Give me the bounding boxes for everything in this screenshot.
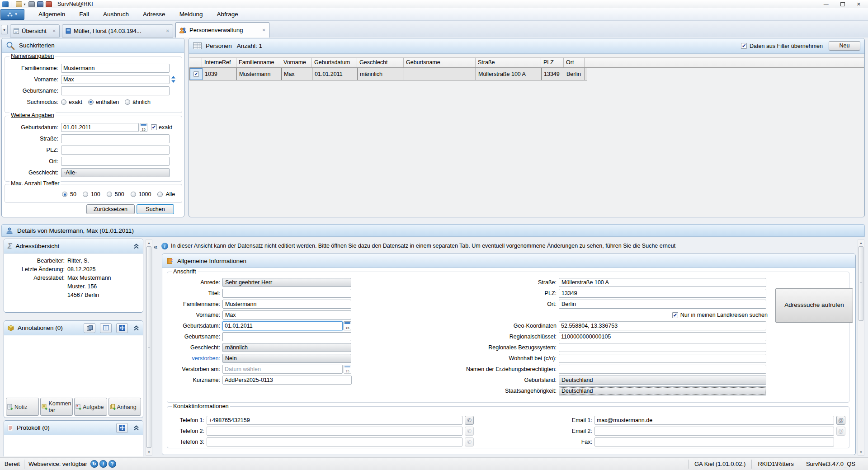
kurzname-input[interactable] <box>222 376 352 385</box>
app-menu-button[interactable]: ▼ <box>0 9 24 20</box>
scroll-down-icon[interactable]: ▼ <box>146 449 152 455</box>
reset-button[interactable]: Zurücksetzen <box>86 204 135 214</box>
toolbar-export-icon[interactable] <box>28 1 35 7</box>
help-icon[interactable]: ? <box>108 460 116 468</box>
titel-select[interactable] <box>222 289 351 298</box>
detail-scrollbar[interactable]: ▲ ▼ <box>858 240 864 456</box>
close-tab-icon[interactable]: ✕ <box>52 28 56 33</box>
column-header[interactable]: Vorname <box>281 58 312 67</box>
radio-alle[interactable] <box>157 192 163 197</box>
geschlecht-select[interactable]: -Alle- <box>61 168 170 177</box>
menu-fall[interactable]: Fall <box>79 11 89 18</box>
telefon1-input[interactable] <box>207 416 462 425</box>
calendar-icon[interactable]: 15 <box>344 321 351 330</box>
restore-button[interactable] <box>840 2 845 6</box>
radio-exakt[interactable] <box>61 99 66 105</box>
column-header[interactable]: Familienname <box>236 58 281 67</box>
info-icon[interactable]: i <box>99 460 107 468</box>
tab-uebersicht[interactable]: Übersicht ✕ <box>10 24 60 38</box>
save-annotation-button[interactable] <box>84 323 95 333</box>
regionalschluessel-input[interactable] <box>559 332 766 341</box>
plz-input[interactable] <box>61 146 170 155</box>
email-icon[interactable]: @ <box>836 416 845 425</box>
landkreis-checkbox[interactable]: ✔ <box>672 312 678 318</box>
toolbar-dropdown-caret[interactable]: ▼ <box>23 3 26 6</box>
close-tab-icon[interactable]: ✕ <box>262 28 266 33</box>
phone-icon[interactable]: ✆ <box>465 427 474 436</box>
phone-icon[interactable]: ✆ <box>465 416 474 425</box>
telefon3-input[interactable] <box>207 437 462 446</box>
radio-enthalten[interactable] <box>88 99 94 105</box>
geburtsland-select[interactable]: Deutschland <box>559 376 766 385</box>
exakt-checkbox[interactable]: ✔ <box>151 124 157 130</box>
collapse-panel-icon[interactable] <box>133 425 139 431</box>
bezugssystem-input[interactable] <box>559 343 766 352</box>
verstorben-select[interactable]: Nein <box>222 354 351 363</box>
fax-input[interactable] <box>594 437 834 446</box>
expand-button[interactable] <box>116 423 128 433</box>
wohnhaft-input[interactable] <box>559 354 766 363</box>
filter-checkbox[interactable]: ✔ <box>741 43 747 49</box>
calendar-icon[interactable]: 15 <box>140 123 147 132</box>
add-attachment-button[interactable]: Anhang <box>108 398 142 416</box>
left-scrollbar[interactable]: ▲ ▼ <box>146 240 152 456</box>
ort-select[interactable]: Berlin <box>559 300 766 309</box>
vorname-input[interactable] <box>61 75 170 84</box>
table-row[interactable]: ✔ 1039 Mustermann Max 01.01.2011 männlic… <box>189 68 587 80</box>
tab-fall-mueller[interactable]: Müller, Horst (14.03.194... ✕ <box>62 24 173 38</box>
expand-button[interactable] <box>116 323 128 333</box>
add-task-button[interactable]: Aufgabe <box>74 398 107 416</box>
radio-50[interactable] <box>62 192 67 197</box>
toolbar-save-icon[interactable] <box>37 1 43 7</box>
menu-ausbruch[interactable]: Ausbruch <box>103 11 129 18</box>
webservice-refresh-icon[interactable]: ↻ <box>90 460 98 468</box>
menu-adresse[interactable]: Adresse <box>143 11 165 18</box>
swap-names-icon[interactable] <box>171 76 176 83</box>
grid-view-button[interactable] <box>100 323 112 333</box>
close-button[interactable]: ✕ <box>857 1 861 7</box>
plz-select[interactable]: 13349 <box>559 289 766 298</box>
scroll-up-icon[interactable]: ▲ <box>858 240 864 246</box>
radio-100[interactable] <box>83 192 88 197</box>
email2-input[interactable] <box>594 427 834 436</box>
familienname-input[interactable] <box>61 64 170 73</box>
familienname-select[interactable]: Mustermann <box>222 300 351 309</box>
menu-allgemein[interactable]: Allgemein <box>38 11 65 18</box>
scroll-up-icon[interactable]: ▲ <box>146 240 152 246</box>
telefon2-input[interactable] <box>207 427 462 436</box>
ort-input[interactable] <box>61 157 170 166</box>
collapse-sidebar-icon[interactable]: « <box>154 243 157 250</box>
strasse-input[interactable] <box>61 134 170 143</box>
column-header[interactable]: Geburtsdatum <box>312 58 357 67</box>
geburtsname-input[interactable] <box>61 86 170 95</box>
column-header[interactable]: Ort <box>564 58 585 67</box>
geburtsdatum-input[interactable] <box>222 321 343 330</box>
calendar-icon[interactable]: 15 <box>344 365 351 374</box>
verstorben-am-input[interactable] <box>222 365 343 374</box>
erziehungsberechtigte-input[interactable] <box>559 365 766 374</box>
row-select-cell[interactable]: ✔ <box>190 68 203 80</box>
scrollbar-thumb[interactable] <box>859 246 863 321</box>
address-search-button[interactable]: Adresssuche aufrufen <box>775 288 853 323</box>
geburtsdatum-input[interactable] <box>61 123 139 132</box>
add-comment-button[interactable]: Kommentar <box>40 398 73 416</box>
new-button[interactable]: Neu <box>829 41 860 51</box>
tab-personenverwaltung[interactable]: Personenverwaltung ✕ <box>175 22 269 38</box>
row-checkbox[interactable]: ✔ <box>193 71 199 77</box>
column-header[interactable]: Straße <box>476 58 541 67</box>
radio-aehnlich[interactable] <box>125 99 130 105</box>
search-button[interactable]: Suchen <box>137 204 174 214</box>
add-note-button[interactable]: Notiz <box>6 398 39 416</box>
toolbar-print-icon[interactable] <box>46 1 52 7</box>
scroll-down-icon[interactable]: ▼ <box>858 449 864 455</box>
tab-list-dropdown[interactable]: ▼ <box>1 25 8 34</box>
email1-input[interactable] <box>594 416 834 425</box>
column-header[interactable]: Geburtsname <box>404 58 476 67</box>
vorname-select[interactable]: Max <box>222 310 351 320</box>
column-header[interactable]: InterneRef <box>202 58 236 67</box>
minimize-button[interactable]: — <box>824 1 829 7</box>
collapse-panel-icon[interactable] <box>133 325 139 331</box>
toolbar-package-icon[interactable] <box>16 1 22 7</box>
anrede-select[interactable]: Sehr geehrter Herr <box>222 278 351 287</box>
radio-500[interactable] <box>107 192 112 197</box>
